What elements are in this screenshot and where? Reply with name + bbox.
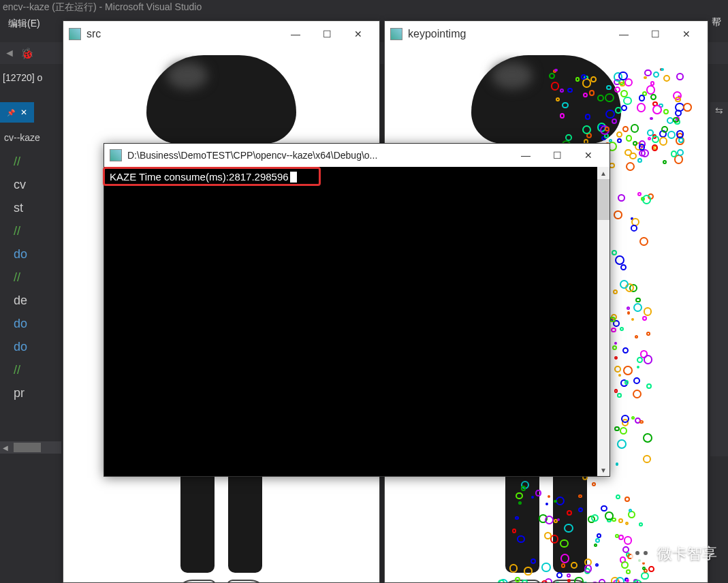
console-output: KAZE Time consume(ms):2817.298596 (107, 170, 607, 184)
console-body[interactable]: KAZE Time consume(ms):2817.298596 ▲ ▼ (104, 167, 610, 476)
scroll-down-icon[interactable]: ▼ (597, 464, 610, 476)
breadcrumb[interactable]: cv--kaze (0, 129, 44, 146)
code-line: // (14, 358, 61, 381)
maximize-button[interactable]: ☐ (541, 144, 573, 166)
minimize-button[interactable]: — (280, 23, 311, 45)
console-scrollbar[interactable]: ▲ ▼ (597, 167, 610, 476)
editor-tabs: 📌 ✕ (0, 102, 34, 123)
avatar-image (146, 55, 296, 144)
tab-close-icon[interactable]: ✕ (20, 108, 27, 117)
console-window: D:\Business\DemoTEST\CPP\opencv--kaze\x6… (104, 143, 610, 477)
code-line: st (14, 196, 61, 219)
window-icon (390, 28, 402, 40)
tab-active[interactable]: 📌 ✕ (0, 102, 34, 123)
minimize-button[interactable]: — (608, 23, 639, 45)
scroll-thumb[interactable] (597, 179, 610, 220)
minimize-button[interactable]: — (510, 144, 541, 166)
vs-main-title: encv--kaze (正在运行) - Microsoft Visual Stu… (0, 0, 728, 15)
maximize-button[interactable]: ☐ (639, 23, 671, 45)
maximize-button[interactable]: ☐ (311, 23, 343, 45)
scroll-left-icon[interactable]: ◀ (0, 444, 11, 452)
code-line: do (14, 242, 61, 266)
pin-icon[interactable]: 📌 (7, 109, 15, 116)
console-path: D:\Business\DemoTEST\CPP\opencv--kaze\x6… (127, 150, 510, 161)
process-label: [12720] o (0, 68, 45, 87)
cursor-icon (290, 172, 297, 183)
window-icon (110, 149, 122, 161)
gutter-handle-icon[interactable]: ⇆ (712, 105, 726, 119)
code-line: do (14, 335, 61, 358)
menu-edit[interactable]: 编辑(E) (0, 15, 48, 34)
code-line: do (14, 312, 61, 335)
code-editor[interactable]: // cv st // do // de do do // pr (0, 150, 61, 405)
code-line: // (14, 266, 61, 289)
right-gutter: ⇆ (710, 102, 728, 456)
menu-help[interactable]: 帮 (705, 14, 728, 31)
scroll-thumb[interactable] (14, 443, 41, 452)
close-button[interactable]: ✕ (671, 23, 702, 45)
src-titlebar[interactable]: src — ☐ ✕ (63, 21, 379, 47)
scroll-up-icon[interactable]: ▲ (597, 167, 610, 179)
keypoint-titlebar[interactable]: keypointimg — ☐ ✕ (385, 21, 708, 47)
code-line: de (14, 289, 61, 312)
console-titlebar[interactable]: D:\Business\DemoTEST\CPP\opencv--kaze\x6… (104, 144, 610, 167)
watermark: 微卡智享 (631, 543, 717, 564)
close-button[interactable]: ✕ (573, 144, 604, 166)
code-line: // (14, 150, 61, 173)
keypoint-title: keypointimg (408, 28, 608, 40)
src-title: src (86, 28, 280, 40)
debug-icon[interactable]: 🐞 (20, 47, 34, 60)
code-line: // (14, 219, 61, 242)
close-button[interactable]: ✕ (343, 23, 374, 45)
watermark-text: 微卡智享 (657, 543, 717, 564)
code-line: cv (14, 173, 61, 196)
horizontal-scrollbar[interactable]: ◀ (0, 441, 61, 454)
window-icon (69, 28, 81, 40)
nav-back-icon[interactable]: ◄ (4, 47, 15, 59)
wechat-icon (631, 545, 652, 563)
code-line: pr (14, 381, 61, 405)
